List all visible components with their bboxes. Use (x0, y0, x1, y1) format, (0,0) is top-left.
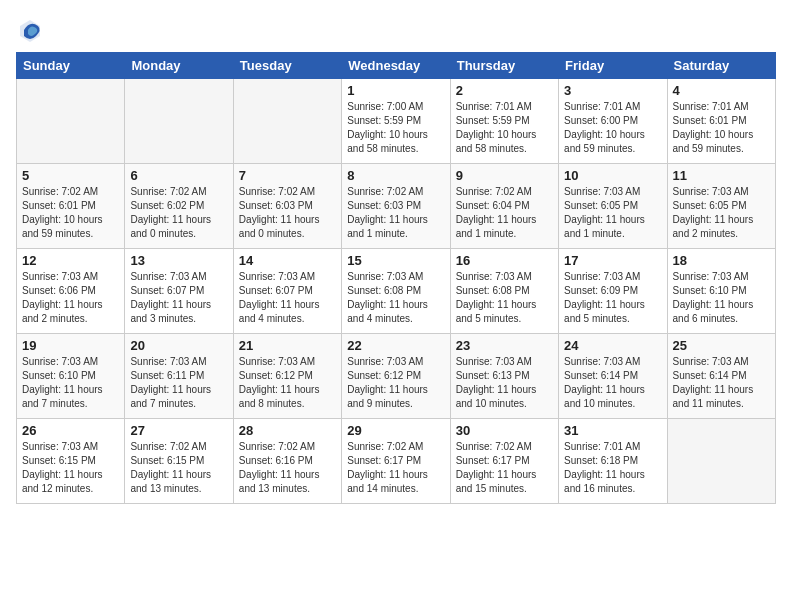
calendar-cell: 9Sunrise: 7:02 AM Sunset: 6:04 PM Daylig… (450, 164, 558, 249)
calendar-cell: 5Sunrise: 7:02 AM Sunset: 6:01 PM Daylig… (17, 164, 125, 249)
logo (16, 16, 48, 44)
day-info: Sunrise: 7:03 AM Sunset: 6:10 PM Dayligh… (22, 355, 119, 411)
calendar-week-4: 19Sunrise: 7:03 AM Sunset: 6:10 PM Dayli… (17, 334, 776, 419)
day-number: 27 (130, 423, 227, 438)
day-info: Sunrise: 7:01 AM Sunset: 5:59 PM Dayligh… (456, 100, 553, 156)
calendar-cell: 20Sunrise: 7:03 AM Sunset: 6:11 PM Dayli… (125, 334, 233, 419)
column-header-monday: Monday (125, 53, 233, 79)
day-info: Sunrise: 7:00 AM Sunset: 5:59 PM Dayligh… (347, 100, 444, 156)
column-header-wednesday: Wednesday (342, 53, 450, 79)
calendar-cell: 11Sunrise: 7:03 AM Sunset: 6:05 PM Dayli… (667, 164, 775, 249)
day-number: 18 (673, 253, 770, 268)
day-number: 30 (456, 423, 553, 438)
logo-icon (16, 16, 44, 44)
day-info: Sunrise: 7:01 AM Sunset: 6:18 PM Dayligh… (564, 440, 661, 496)
day-number: 15 (347, 253, 444, 268)
calendar-week-5: 26Sunrise: 7:03 AM Sunset: 6:15 PM Dayli… (17, 419, 776, 504)
day-info: Sunrise: 7:03 AM Sunset: 6:07 PM Dayligh… (239, 270, 336, 326)
day-info: Sunrise: 7:02 AM Sunset: 6:04 PM Dayligh… (456, 185, 553, 241)
calendar-cell: 25Sunrise: 7:03 AM Sunset: 6:14 PM Dayli… (667, 334, 775, 419)
calendar-cell: 12Sunrise: 7:03 AM Sunset: 6:06 PM Dayli… (17, 249, 125, 334)
calendar-cell: 10Sunrise: 7:03 AM Sunset: 6:05 PM Dayli… (559, 164, 667, 249)
day-number: 7 (239, 168, 336, 183)
day-number: 2 (456, 83, 553, 98)
day-info: Sunrise: 7:03 AM Sunset: 6:05 PM Dayligh… (564, 185, 661, 241)
day-number: 8 (347, 168, 444, 183)
day-number: 1 (347, 83, 444, 98)
calendar-week-2: 5Sunrise: 7:02 AM Sunset: 6:01 PM Daylig… (17, 164, 776, 249)
day-info: Sunrise: 7:02 AM Sunset: 6:03 PM Dayligh… (239, 185, 336, 241)
day-info: Sunrise: 7:03 AM Sunset: 6:13 PM Dayligh… (456, 355, 553, 411)
day-number: 3 (564, 83, 661, 98)
calendar-cell (233, 79, 341, 164)
day-info: Sunrise: 7:02 AM Sunset: 6:16 PM Dayligh… (239, 440, 336, 496)
day-number: 26 (22, 423, 119, 438)
calendar-cell: 31Sunrise: 7:01 AM Sunset: 6:18 PM Dayli… (559, 419, 667, 504)
calendar-cell: 15Sunrise: 7:03 AM Sunset: 6:08 PM Dayli… (342, 249, 450, 334)
calendar-cell (125, 79, 233, 164)
day-number: 13 (130, 253, 227, 268)
calendar-cell: 6Sunrise: 7:02 AM Sunset: 6:02 PM Daylig… (125, 164, 233, 249)
day-info: Sunrise: 7:03 AM Sunset: 6:09 PM Dayligh… (564, 270, 661, 326)
calendar-cell: 18Sunrise: 7:03 AM Sunset: 6:10 PM Dayli… (667, 249, 775, 334)
calendar-cell: 17Sunrise: 7:03 AM Sunset: 6:09 PM Dayli… (559, 249, 667, 334)
day-number: 20 (130, 338, 227, 353)
day-info: Sunrise: 7:03 AM Sunset: 6:10 PM Dayligh… (673, 270, 770, 326)
day-info: Sunrise: 7:03 AM Sunset: 6:14 PM Dayligh… (564, 355, 661, 411)
calendar-week-3: 12Sunrise: 7:03 AM Sunset: 6:06 PM Dayli… (17, 249, 776, 334)
page-header (16, 16, 776, 44)
calendar-cell: 27Sunrise: 7:02 AM Sunset: 6:15 PM Dayli… (125, 419, 233, 504)
column-header-thursday: Thursday (450, 53, 558, 79)
calendar-cell: 3Sunrise: 7:01 AM Sunset: 6:00 PM Daylig… (559, 79, 667, 164)
calendar-cell: 7Sunrise: 7:02 AM Sunset: 6:03 PM Daylig… (233, 164, 341, 249)
day-number: 24 (564, 338, 661, 353)
day-number: 11 (673, 168, 770, 183)
day-info: Sunrise: 7:03 AM Sunset: 6:08 PM Dayligh… (347, 270, 444, 326)
calendar-cell: 28Sunrise: 7:02 AM Sunset: 6:16 PM Dayli… (233, 419, 341, 504)
day-info: Sunrise: 7:03 AM Sunset: 6:08 PM Dayligh… (456, 270, 553, 326)
day-number: 12 (22, 253, 119, 268)
day-info: Sunrise: 7:02 AM Sunset: 6:01 PM Dayligh… (22, 185, 119, 241)
calendar-cell: 22Sunrise: 7:03 AM Sunset: 6:12 PM Dayli… (342, 334, 450, 419)
calendar-cell: 1Sunrise: 7:00 AM Sunset: 5:59 PM Daylig… (342, 79, 450, 164)
day-number: 31 (564, 423, 661, 438)
day-info: Sunrise: 7:01 AM Sunset: 6:01 PM Dayligh… (673, 100, 770, 156)
calendar-cell: 14Sunrise: 7:03 AM Sunset: 6:07 PM Dayli… (233, 249, 341, 334)
column-header-saturday: Saturday (667, 53, 775, 79)
day-info: Sunrise: 7:03 AM Sunset: 6:06 PM Dayligh… (22, 270, 119, 326)
day-number: 5 (22, 168, 119, 183)
day-number: 9 (456, 168, 553, 183)
day-number: 23 (456, 338, 553, 353)
day-number: 14 (239, 253, 336, 268)
day-number: 10 (564, 168, 661, 183)
day-info: Sunrise: 7:02 AM Sunset: 6:03 PM Dayligh… (347, 185, 444, 241)
calendar-cell: 26Sunrise: 7:03 AM Sunset: 6:15 PM Dayli… (17, 419, 125, 504)
day-info: Sunrise: 7:02 AM Sunset: 6:17 PM Dayligh… (347, 440, 444, 496)
calendar-table: SundayMondayTuesdayWednesdayThursdayFrid… (16, 52, 776, 504)
day-number: 4 (673, 83, 770, 98)
calendar-cell: 21Sunrise: 7:03 AM Sunset: 6:12 PM Dayli… (233, 334, 341, 419)
day-number: 16 (456, 253, 553, 268)
day-info: Sunrise: 7:01 AM Sunset: 6:00 PM Dayligh… (564, 100, 661, 156)
day-info: Sunrise: 7:03 AM Sunset: 6:07 PM Dayligh… (130, 270, 227, 326)
day-info: Sunrise: 7:03 AM Sunset: 6:14 PM Dayligh… (673, 355, 770, 411)
day-info: Sunrise: 7:03 AM Sunset: 6:12 PM Dayligh… (347, 355, 444, 411)
day-number: 29 (347, 423, 444, 438)
calendar-cell: 30Sunrise: 7:02 AM Sunset: 6:17 PM Dayli… (450, 419, 558, 504)
day-info: Sunrise: 7:02 AM Sunset: 6:02 PM Dayligh… (130, 185, 227, 241)
calendar-cell: 2Sunrise: 7:01 AM Sunset: 5:59 PM Daylig… (450, 79, 558, 164)
day-number: 28 (239, 423, 336, 438)
day-number: 19 (22, 338, 119, 353)
calendar-cell (667, 419, 775, 504)
calendar-cell: 4Sunrise: 7:01 AM Sunset: 6:01 PM Daylig… (667, 79, 775, 164)
calendar-cell: 13Sunrise: 7:03 AM Sunset: 6:07 PM Dayli… (125, 249, 233, 334)
calendar-cell: 29Sunrise: 7:02 AM Sunset: 6:17 PM Dayli… (342, 419, 450, 504)
column-header-sunday: Sunday (17, 53, 125, 79)
day-info: Sunrise: 7:03 AM Sunset: 6:15 PM Dayligh… (22, 440, 119, 496)
day-info: Sunrise: 7:02 AM Sunset: 6:17 PM Dayligh… (456, 440, 553, 496)
day-number: 17 (564, 253, 661, 268)
calendar-cell: 24Sunrise: 7:03 AM Sunset: 6:14 PM Dayli… (559, 334, 667, 419)
day-info: Sunrise: 7:03 AM Sunset: 6:05 PM Dayligh… (673, 185, 770, 241)
calendar-cell: 16Sunrise: 7:03 AM Sunset: 6:08 PM Dayli… (450, 249, 558, 334)
day-number: 6 (130, 168, 227, 183)
